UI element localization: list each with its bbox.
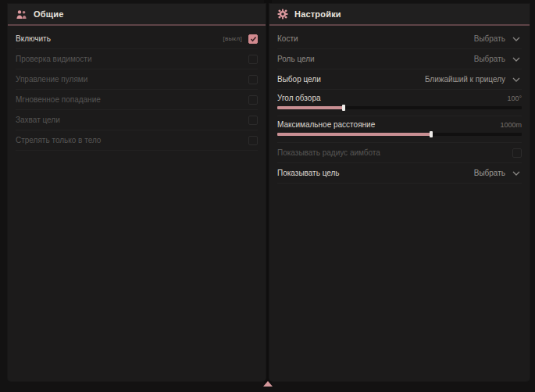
checkbox-instant-hit[interactable]	[248, 95, 258, 105]
max-distance-slider-fill	[277, 133, 431, 136]
checkbox-visibility-check[interactable]	[248, 55, 258, 64]
fov-slider-fill	[277, 106, 344, 109]
target-selection-dropdown[interactable]: Ближайший к прицелу	[425, 75, 522, 84]
dropdown-value: Ближайший к прицелу	[425, 75, 505, 84]
gear-icon	[277, 9, 288, 20]
show-target-dropdown[interactable]: Выбрать	[474, 169, 522, 177]
toggle-row-target-lock[interactable]: Захват цели	[16, 110, 258, 130]
checkbox-body-only[interactable]	[248, 136, 258, 145]
row-label: Показывать цель	[277, 169, 340, 177]
dropdown-row-show-target: Показывать цель Выбрать	[277, 163, 522, 184]
panel-general-title: Общие	[34, 9, 64, 19]
dropdown-row-target-role: Роль цели Выбрать	[277, 49, 522, 69]
row-label: Управление пулями	[16, 75, 87, 84]
fov-slider[interactable]	[277, 106, 522, 109]
dropdown-row-target-selection: Выбор цели Ближайший к прицелу	[277, 69, 522, 90]
row-label: Показывать радиус аимбота	[277, 148, 380, 157]
chevron-down-icon	[512, 57, 520, 62]
toggle-row-enable[interactable]: Включить [выкл]	[16, 29, 258, 49]
fov-slider-thumb[interactable]	[342, 105, 345, 111]
slider-row-max-distance: Максимальное расстояние 1000m	[277, 116, 522, 143]
scroll-up-indicator[interactable]	[263, 381, 273, 387]
bones-dropdown[interactable]: Выбрать	[474, 34, 522, 43]
panel-general-header[interactable]: Общие	[8, 4, 266, 26]
panel-settings-header[interactable]: Настройки	[269, 4, 530, 26]
row-label: Роль цели	[277, 55, 315, 63]
row-label: Кости	[277, 34, 298, 43]
row-label: Стрелять только в тело	[16, 136, 101, 144]
dropdown-row-bones: Кости Выбрать	[277, 29, 522, 49]
general-rows: Включить [выкл] Проверка видимости Управ…	[8, 26, 266, 151]
toggle-row-bullet-control[interactable]: Управление пулями	[16, 69, 258, 90]
slider-row-fov: Угол обзора 100°	[277, 90, 522, 116]
max-distance-slider-thumb[interactable]	[430, 131, 433, 137]
users-icon	[16, 9, 27, 20]
chevron-down-icon	[512, 37, 520, 41]
chevron-down-icon	[512, 171, 520, 176]
panel-settings: Настройки Кости Выбрать Роль цели Выбрат…	[269, 4, 530, 381]
checkbox-bullet-control[interactable]	[248, 75, 258, 84]
row-label: Максимальное расстояние	[277, 120, 375, 129]
row-label: Захват цели	[16, 116, 60, 124]
target-role-dropdown[interactable]: Выбрать	[474, 55, 522, 63]
row-label: Проверка видимости	[16, 55, 92, 63]
checkbox-enable[interactable]	[248, 34, 258, 44]
panel-settings-title: Настройки	[294, 9, 341, 19]
fov-value: 100°	[507, 94, 522, 102]
check-icon	[250, 36, 257, 42]
chevron-down-icon	[512, 77, 520, 82]
row-label: Включить	[16, 34, 51, 43]
toggle-row-show-aimbot-radius[interactable]: Показывать радиус аимбота	[277, 143, 522, 163]
toggle-row-body-only[interactable]: Стрелять только в тело	[16, 130, 258, 151]
row-label: Выбор цели	[277, 75, 321, 84]
dropdown-value: Выбрать	[474, 34, 505, 43]
row-label: Угол обзора	[277, 94, 321, 102]
checkbox-show-aimbot-radius[interactable]	[512, 148, 522, 158]
settings-rows: Кости Выбрать Роль цели Выбрать Выбор це…	[269, 26, 530, 184]
row-label: Мгновенное попадание	[16, 95, 101, 104]
toggle-row-instant-hit[interactable]: Мгновенное попадание	[16, 90, 258, 110]
dropdown-value: Выбрать	[474, 169, 505, 177]
max-distance-slider[interactable]	[277, 133, 522, 136]
dropdown-value: Выбрать	[474, 55, 505, 63]
keybind-state: [выкл]	[223, 35, 242, 42]
checkbox-target-lock[interactable]	[248, 116, 258, 125]
toggle-row-visibility-check[interactable]: Проверка видимости	[16, 49, 258, 69]
panel-general: Общие Включить [выкл] Проверка видимости…	[8, 4, 266, 381]
max-distance-value: 1000m	[500, 121, 522, 129]
